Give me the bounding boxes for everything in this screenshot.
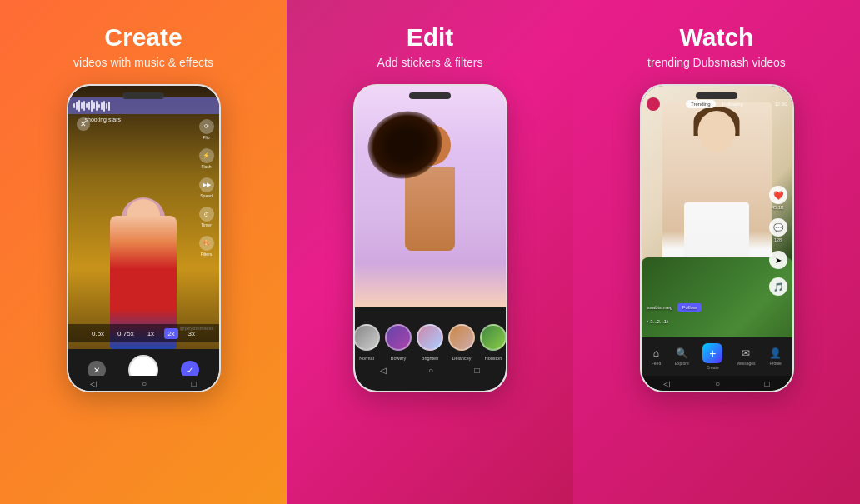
edit-title: Edit — [407, 23, 454, 51]
filter-label-bowery: Bowery — [385, 356, 412, 361]
feed-nav-item[interactable]: ⌂ Feed — [652, 347, 661, 366]
comment-count: 128 — [774, 237, 782, 242]
speed-icon: ▶▶ — [199, 177, 214, 192]
waveform-bar — [98, 104, 100, 108]
recents-icon[interactable]: □ — [192, 379, 197, 388]
heart-icon: ❤️ — [769, 186, 788, 204]
waveform-bar — [83, 101, 85, 111]
phone-notch — [122, 92, 164, 99]
home-icon[interactable]: ○ — [142, 379, 147, 388]
messages-icon: ✉ — [742, 347, 750, 359]
speed-1x[interactable]: 1x — [144, 328, 158, 339]
app-logo — [647, 97, 660, 111]
close-button[interactable]: ✕ — [77, 117, 90, 131]
person-head-watch — [698, 111, 736, 152]
video-username: issabis.meg Follow — [647, 303, 702, 312]
timer-label: Timer — [201, 222, 212, 227]
speed-control[interactable]: ▶▶ Speed — [199, 177, 214, 198]
waveform — [73, 100, 214, 112]
flash-control[interactable]: ⚡ Flash — [199, 148, 214, 169]
home-icon-edit[interactable]: ○ — [428, 366, 433, 375]
create-nav-item[interactable]: + Create — [702, 343, 722, 370]
create-panel: Create videos with music & effects — [0, 0, 287, 504]
android-nav-watch: ◁ ○ □ — [642, 376, 792, 391]
filters-label: Filters — [201, 252, 212, 257]
create-top-bar — [68, 97, 219, 114]
timer-control[interactable]: ⏱ Timer — [199, 207, 214, 227]
create-label: Create — [707, 365, 719, 370]
waveform-bar — [96, 101, 98, 111]
recents-icon-watch[interactable]: □ — [765, 379, 770, 388]
waveform-bar — [81, 102, 82, 109]
filter-delancey[interactable] — [448, 324, 475, 351]
watch-subtitle: trending Dubsmash videos — [648, 56, 786, 69]
filters-bar: Normal Bowery Brighten Delancey Houston … — [355, 307, 506, 391]
waveform-bar — [88, 102, 90, 110]
edit-phone: Normal Bowery Brighten Delancey Houston … — [353, 84, 508, 392]
filter-bowery[interactable] — [385, 324, 412, 351]
profile-nav-item[interactable]: 👤 Profile — [769, 347, 782, 366]
filters-control[interactable]: 🎨 Filters — [199, 236, 214, 257]
create-phone: shooting stars ✕ ⟳ Flip ⚡ Flash ▶▶ S — [67, 84, 221, 392]
home-nav-icon: ⌂ — [653, 347, 659, 359]
edit-screen: Normal Bowery Brighten Delancey Houston … — [355, 86, 506, 391]
flip-icon: ⟳ — [199, 119, 214, 134]
watch-background: Trending Following 12:30 — [642, 86, 792, 391]
waveform-bar — [108, 102, 110, 111]
waveform-bar — [106, 103, 108, 109]
filter-circles — [355, 324, 506, 351]
filter-houston[interactable] — [480, 324, 506, 351]
timer-icon: ⏱ — [199, 207, 214, 222]
speed-label: Speed — [200, 193, 212, 198]
like-button[interactable]: ❤️ 45.1K — [769, 186, 788, 210]
filter-labels: Normal Bowery Brighten Delancey Houston — [355, 356, 506, 361]
follow-button[interactable]: Follow — [678, 303, 702, 312]
filter-label-brighten: Brighten — [417, 356, 443, 361]
audio-button[interactable]: 🎵 — [769, 277, 788, 296]
filter-label-normal: Normal — [355, 356, 381, 361]
speed-0.5x[interactable]: 0.5x — [88, 328, 108, 339]
create-subtitle: videos with music & effects — [73, 56, 213, 69]
explore-nav-item[interactable]: 🔍 Explore — [675, 347, 689, 366]
waveform-bar — [78, 100, 80, 112]
back-icon-edit[interactable]: ◁ — [380, 366, 387, 375]
username-text: issabis.meg — [647, 305, 673, 310]
watch-phone: Trending Following 12:30 — [640, 84, 794, 392]
camera-controls: ⟳ Flip ⚡ Flash ▶▶ Speed ⏱ Timer — [199, 119, 214, 257]
create-nav-icon: + — [702, 343, 722, 363]
watch-top-bar: Trending Following 12:30 — [647, 97, 788, 111]
back-icon-watch[interactable]: ◁ — [663, 379, 670, 388]
music-label: ♪ 3...2...1t — [647, 319, 668, 324]
speed-3x[interactable]: 3x — [185, 328, 198, 339]
edit-background — [355, 86, 506, 307]
waveform-bar — [91, 100, 92, 112]
comment-icon: 💬 — [769, 218, 788, 237]
speed-2x[interactable]: 2x — [164, 328, 178, 339]
waveform-bar — [93, 102, 95, 109]
back-icon[interactable]: ◁ — [90, 379, 97, 388]
following-tab[interactable]: Following — [718, 100, 748, 108]
trending-tab[interactable]: Trending — [686, 100, 715, 108]
waveform-bar — [76, 102, 78, 110]
edit-subtitle: Add stickers & filters — [378, 56, 483, 69]
flip-control[interactable]: ⟳ Flip — [199, 119, 214, 140]
watch-tabs: Trending Following — [686, 100, 748, 108]
flash-label: Flash — [201, 164, 211, 169]
home-icon-watch[interactable]: ○ — [715, 379, 720, 388]
filter-normal[interactable] — [355, 324, 381, 351]
audio-icon: 🎵 — [769, 277, 788, 296]
flash-icon: ⚡ — [199, 148, 214, 163]
like-count: 45.1K — [772, 205, 783, 210]
status-time: 12:30 — [774, 102, 787, 107]
filter-brighten[interactable] — [417, 324, 443, 351]
comment-button[interactable]: 💬 128 — [769, 218, 788, 242]
recents-icon-edit[interactable]: □ — [475, 366, 480, 375]
filter-label-houston: Houston — [480, 356, 506, 361]
messages-nav-item[interactable]: ✉ Messages — [737, 347, 756, 366]
speed-0.75x[interactable]: 0.75x — [114, 328, 138, 339]
waveform-bar — [86, 103, 88, 108]
speed-selector: 0.5x 0.75x 1x 2x 3x — [68, 324, 219, 342]
share-button[interactable]: ➤ — [769, 251, 788, 269]
action-buttons: ❤️ 45.1K 💬 128 ➤ 🎵 — [769, 186, 788, 296]
edit-panel: Edit Add stickers & filters — [287, 0, 573, 504]
